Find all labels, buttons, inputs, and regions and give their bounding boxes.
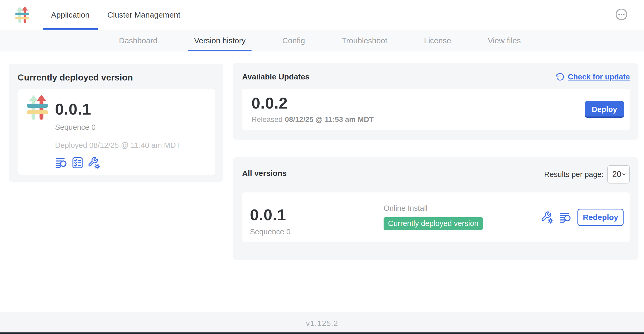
tab-label: Version history bbox=[194, 36, 246, 45]
config-wrench-icon[interactable] bbox=[541, 211, 553, 224]
results-per-page-label: Results per page: bbox=[544, 170, 604, 179]
panel-title: Currently deployed version bbox=[18, 72, 215, 83]
tab-label: Config bbox=[282, 36, 305, 45]
available-updates-panel: Available Updates Check for update 0.0.2… bbox=[233, 63, 638, 140]
panel-title: All versions bbox=[242, 169, 287, 178]
tab-view-files[interactable]: View files bbox=[482, 30, 527, 51]
deployed-version-card: 0.0.1 Sequence 0 Deployed 08/12/25 @ 11:… bbox=[18, 89, 215, 175]
nav-tab-application[interactable]: Application bbox=[43, 0, 98, 30]
tab-label: Dashboard bbox=[119, 36, 157, 45]
update-released-line: Released08/12/25 @ 11:53 am MDT bbox=[252, 115, 630, 124]
update-row: 0.0.2 Released08/12/25 @ 11:53 am MDT De… bbox=[242, 89, 630, 130]
version-row: 0.0.1 Sequence 0 Online Install Currentl… bbox=[242, 192, 630, 242]
chevron-down-icon bbox=[621, 171, 627, 177]
check-for-update-label: Check for update bbox=[568, 73, 630, 81]
row-sequence: Sequence 0 bbox=[250, 228, 291, 236]
deploy-button[interactable]: Deploy bbox=[585, 101, 624, 118]
all-versions-panel: All versions Results per page: 20 0.0.1 … bbox=[233, 157, 638, 260]
deployed-version-number: 0.0.1 bbox=[55, 101, 181, 117]
currently-deployed-panel: Currently deployed version 0.0.1 Sequenc… bbox=[9, 64, 223, 182]
app-logo bbox=[15, 6, 29, 24]
row-version-number: 0.0.1 bbox=[250, 207, 291, 223]
bottom-accent-bar bbox=[0, 332, 644, 334]
app-logo bbox=[27, 95, 48, 120]
tab-label: License bbox=[424, 36, 451, 45]
primary-nav: Application Cluster Management bbox=[43, 0, 190, 30]
release-diff-icon[interactable] bbox=[559, 211, 572, 224]
results-per-page-value: 20 bbox=[612, 170, 621, 179]
update-version-number: 0.0.2 bbox=[252, 95, 630, 111]
tab-label: View files bbox=[488, 36, 521, 45]
nav-tab-label: Cluster Management bbox=[107, 10, 180, 19]
deployed-timestamp: Deployed 08/12/25 @ 11:40 am MDT bbox=[55, 141, 181, 150]
tab-version-history[interactable]: Version history bbox=[188, 30, 252, 51]
ellipsis-icon bbox=[615, 8, 628, 21]
redeploy-button[interactable]: Redeploy bbox=[577, 209, 624, 226]
app-subnav: Dashboard Version history Config Trouble… bbox=[0, 30, 644, 51]
nav-tab-label: Application bbox=[51, 10, 90, 19]
tab-license[interactable]: License bbox=[418, 30, 457, 51]
page-footer: v1.125.2 bbox=[0, 312, 644, 332]
nav-tab-cluster-management[interactable]: Cluster Management bbox=[99, 0, 188, 30]
admin-console-page: Application Cluster Management Dashboard… bbox=[0, 0, 644, 334]
tab-dashboard[interactable]: Dashboard bbox=[113, 30, 163, 51]
release-diff-icon[interactable] bbox=[55, 157, 68, 169]
currently-deployed-badge: Currently deployed version bbox=[384, 217, 483, 230]
install-type: Online Install bbox=[384, 204, 483, 213]
tab-label: Troubleshoot bbox=[342, 36, 387, 45]
deployed-sequence: Sequence 0 bbox=[55, 123, 181, 132]
preflight-checklist-icon[interactable] bbox=[71, 157, 84, 169]
console-version: v1.125.2 bbox=[306, 319, 338, 328]
check-for-update-link[interactable]: Check for update bbox=[556, 72, 630, 81]
results-per-page-select[interactable]: 20 bbox=[607, 165, 630, 184]
config-wrench-icon[interactable] bbox=[88, 157, 100, 169]
tab-config[interactable]: Config bbox=[277, 30, 311, 51]
overflow-menu-button[interactable] bbox=[615, 8, 628, 21]
panel-title: Available Updates bbox=[242, 72, 309, 81]
tab-troubleshoot[interactable]: Troubleshoot bbox=[336, 30, 393, 51]
top-navbar: Application Cluster Management bbox=[0, 0, 644, 30]
refresh-icon bbox=[556, 72, 565, 81]
